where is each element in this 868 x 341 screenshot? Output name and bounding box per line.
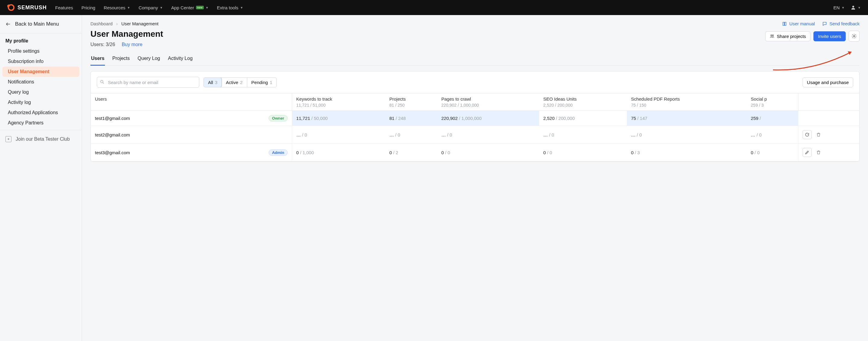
cell-actions	[798, 111, 859, 126]
sidebar-item-agency-partners[interactable]: Agency Partners	[2, 118, 79, 128]
send-feedback-link[interactable]: Send feedback	[822, 21, 860, 26]
cell-social: 259 /	[746, 111, 798, 126]
chevron-down-icon: ▼	[160, 6, 163, 9]
cell-seo: 2,520 / 200,000	[539, 111, 627, 126]
search-icon	[100, 79, 104, 84]
tab-activity-log[interactable]: Activity Log	[167, 54, 193, 66]
cell-pdf: … / 0	[627, 126, 746, 144]
beta-tester-link[interactable]: ✦ Join our Beta Tester Club	[0, 132, 82, 146]
people-icon	[770, 34, 775, 39]
filter-active[interactable]: Active 2	[222, 78, 247, 87]
cell-pages: 0 / 0	[437, 144, 539, 162]
sidebar-item-notifications[interactable]: Notifications	[2, 77, 79, 87]
svg-point-2	[771, 35, 772, 36]
breadcrumb-dashboard[interactable]: Dashboard	[90, 21, 113, 26]
svg-point-4	[854, 36, 855, 37]
user-manual-link[interactable]: User manual	[782, 21, 815, 26]
language-switch[interactable]: EN▼	[833, 5, 844, 10]
edit-user-button[interactable]	[803, 148, 812, 157]
users-count: Users: 3/26	[90, 42, 115, 47]
svg-point-3	[772, 35, 773, 36]
user-email: test1@gmail.com	[95, 116, 130, 121]
cell-keywords: 11,721 / 50,000	[292, 111, 385, 126]
delete-user-button[interactable]	[814, 130, 823, 139]
brand-logo[interactable]: SEMRUSH	[7, 4, 47, 11]
breadcrumb-current: User Management	[121, 21, 158, 26]
sidebar-item-user-management[interactable]: User Management	[2, 67, 79, 77]
sidebar-item-query-log[interactable]: Query log	[2, 87, 79, 97]
back-label: Back to Main Menu	[15, 21, 59, 27]
chevron-down-icon: ▼	[858, 6, 861, 9]
col-pages: Pages to crawl220,902 / 1,000,000	[437, 93, 539, 111]
cell-pages: 220,902 / 1,000,000	[437, 111, 539, 126]
tabs: Users Projects Query Log Activity Log	[90, 54, 860, 66]
sidebar-item-activity-log[interactable]: Activity log	[2, 97, 79, 107]
col-social: Social p259 / 3	[746, 93, 798, 111]
semrush-icon	[7, 4, 15, 11]
back-to-main[interactable]: Back to Main Menu	[0, 19, 82, 31]
settings-button[interactable]	[849, 31, 860, 41]
page-title: User Management	[90, 29, 860, 39]
role-badge-admin: Admin	[269, 149, 287, 156]
resend-invite-button[interactable]	[803, 130, 812, 139]
top-nav: SEMRUSH Features Pricing Resources▼ Comp…	[0, 0, 868, 15]
beta-label: Join our Beta Tester Club	[16, 136, 70, 142]
account-menu[interactable]: ▼	[850, 5, 861, 10]
chevron-down-icon: ▼	[841, 6, 844, 9]
cell-pdf: 0 / 3	[627, 144, 746, 162]
sidebar-item-subscription-info[interactable]: Subscription info	[2, 56, 79, 67]
tab-users[interactable]: Users	[90, 54, 105, 66]
user-email: test2@gmail.com	[95, 132, 130, 137]
cell-keywords: 0 / 1,000	[292, 144, 385, 162]
cell-actions	[798, 144, 859, 162]
table-row: test2@gmail.com … / 0 … / 0 … / 0 … / 0 …	[91, 126, 859, 144]
divider	[0, 130, 82, 130]
beta-icon: ✦	[5, 136, 11, 142]
delete-user-button[interactable]	[814, 148, 823, 157]
buy-more-link[interactable]: Buy more	[122, 42, 142, 47]
refresh-icon	[805, 132, 809, 137]
chevron-right-icon: ›	[116, 21, 118, 26]
search-input[interactable]	[97, 77, 199, 88]
table-scroll[interactable]: Users Keywords to track11,721 / 51,000 P…	[91, 93, 859, 162]
filter-all[interactable]: All 3	[204, 77, 222, 88]
chevron-down-icon: ▼	[240, 6, 243, 9]
col-users: Users	[91, 93, 292, 111]
cell-keywords: … / 0	[292, 126, 385, 144]
tab-projects[interactable]: Projects	[112, 54, 130, 66]
gear-icon	[851, 33, 857, 39]
chat-icon	[822, 22, 827, 26]
cell-seo: 0 / 0	[539, 144, 627, 162]
nav-pricing[interactable]: Pricing	[82, 5, 95, 10]
nav-company[interactable]: Company▼	[139, 5, 163, 10]
col-projects: Projects81 / 250	[385, 93, 437, 111]
nav-app-center[interactable]: App Centernew▼	[171, 5, 209, 10]
sidebar-item-authorized-applications[interactable]: Authorized Applications	[2, 107, 79, 118]
pencil-icon	[805, 150, 809, 155]
sidebar-item-profile-settings[interactable]: Profile settings	[2, 46, 79, 56]
trash-icon	[816, 132, 821, 137]
breadcrumb: Dashboard › User Management	[90, 21, 159, 26]
user-icon	[850, 5, 856, 10]
status-filter: All 3 Active 2 Pending 1	[204, 77, 277, 88]
cell-projects: 81 / 248	[385, 111, 437, 126]
filter-pending[interactable]: Pending 1	[247, 78, 277, 87]
nav-resources[interactable]: Resources▼	[104, 5, 130, 10]
nav-features[interactable]: Features	[55, 5, 73, 10]
share-projects-button[interactable]: Share projects	[765, 31, 811, 41]
usage-purchase-button[interactable]: Usage and purchase	[803, 77, 853, 88]
chevron-down-icon: ▼	[127, 6, 130, 9]
sidebar: Back to Main Menu My profile Profile set…	[0, 15, 82, 341]
svg-point-5	[101, 80, 103, 83]
col-actions	[798, 93, 859, 111]
role-badge-owner: Owner	[269, 115, 287, 122]
nav-extra-tools[interactable]: Extra tools▼	[217, 5, 243, 10]
cell-projects: … / 0	[385, 126, 437, 144]
tab-query-log[interactable]: Query Log	[137, 54, 161, 66]
cell-projects: 0 / 2	[385, 144, 437, 162]
divider	[0, 33, 82, 33]
invite-users-button[interactable]: Invite users	[813, 31, 846, 41]
arrow-left-icon	[5, 22, 11, 27]
users-table: Users Keywords to track11,721 / 51,000 P…	[91, 93, 859, 162]
trash-icon	[816, 150, 821, 155]
